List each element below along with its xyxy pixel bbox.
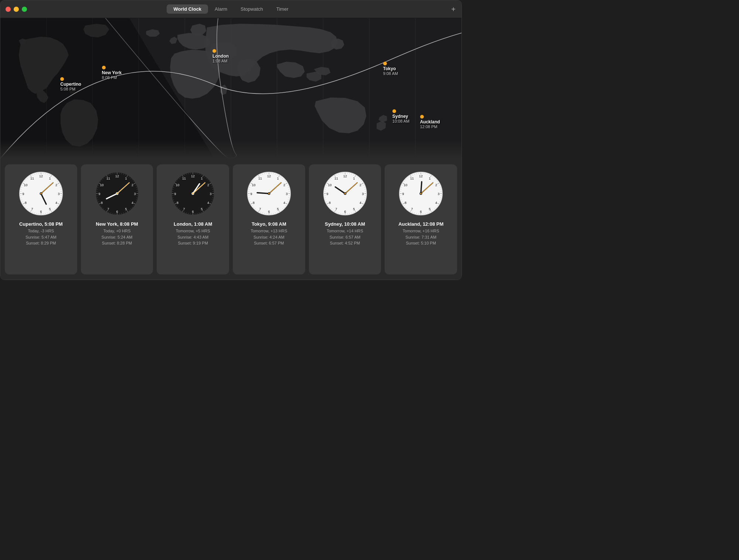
svg-text:6: 6 <box>344 210 346 214</box>
maximize-button[interactable] <box>22 7 27 12</box>
clock-label: Sydney, 10:08 AM <box>325 221 365 227</box>
svg-text:1: 1 <box>429 177 431 180</box>
clock-card-auckland: 121234567891011 Auckland, 12:08 PM Tomor… <box>385 164 457 274</box>
svg-point-321 <box>268 193 270 194</box>
city-name: New York <box>102 70 122 75</box>
tab-alarm[interactable]: Alarm <box>208 4 234 14</box>
svg-text:8: 8 <box>328 201 330 205</box>
svg-line-317 <box>257 193 269 194</box>
svg-text:5: 5 <box>429 207 431 211</box>
svg-text:9: 9 <box>98 192 100 196</box>
clock-card-cupertino: 121234567891011 Cupertino, 5:08 PM Today… <box>5 164 77 274</box>
svg-line-473 <box>421 182 422 194</box>
svg-text:8: 8 <box>253 201 255 205</box>
svg-text:9: 9 <box>250 192 252 196</box>
svg-text:9: 9 <box>174 192 176 196</box>
clock-sub: Tomorrow, +16 HRSSunrise: 7:31 AMSunset:… <box>403 228 439 246</box>
svg-text:3: 3 <box>362 192 364 196</box>
svg-text:11: 11 <box>106 177 110 180</box>
svg-text:4: 4 <box>55 201 57 205</box>
svg-text:4: 4 <box>360 201 361 205</box>
svg-text:5: 5 <box>49 207 51 211</box>
svg-text:1: 1 <box>125 177 127 180</box>
clock-sub: Today, -3 HRSSunrise: 5:47 AMSunset: 8:2… <box>25 228 57 246</box>
svg-text:12: 12 <box>267 174 271 178</box>
minimize-button[interactable] <box>14 7 19 12</box>
svg-text:7: 7 <box>335 207 337 211</box>
svg-text:6: 6 <box>192 210 194 214</box>
svg-text:6: 6 <box>268 210 270 214</box>
svg-text:10: 10 <box>100 183 103 187</box>
city-dot <box>212 49 216 53</box>
city-dot <box>383 62 387 65</box>
clock-sub: Tomorrow, +13 HRSSunrise: 4:24 AMSunset:… <box>251 228 287 246</box>
svg-text:10: 10 <box>328 183 331 187</box>
svg-text:8: 8 <box>25 201 27 205</box>
svg-text:12: 12 <box>39 174 43 178</box>
add-clock-button[interactable]: + <box>451 6 456 13</box>
svg-point-243 <box>192 193 194 194</box>
svg-text:2: 2 <box>55 183 57 187</box>
svg-text:2: 2 <box>132 183 133 187</box>
svg-text:7: 7 <box>183 207 185 211</box>
close-button[interactable] <box>6 7 11 12</box>
svg-text:11: 11 <box>258 177 262 180</box>
svg-text:2: 2 <box>435 183 437 187</box>
svg-text:9: 9 <box>326 192 328 196</box>
clock-sub: Tomorrow, +5 HRSSunrise: 4:43 AMSunset: … <box>176 228 210 246</box>
svg-text:12: 12 <box>419 174 423 178</box>
svg-text:3: 3 <box>286 192 287 196</box>
titlebar: World Clock Alarm Stopwatch Timer + <box>0 0 462 18</box>
city-dot <box>102 66 106 69</box>
svg-text:2: 2 <box>360 183 361 187</box>
city-pin-auckland: Auckland 12:08 PM <box>420 115 440 129</box>
svg-text:4: 4 <box>283 201 285 205</box>
svg-text:11: 11 <box>182 177 186 180</box>
svg-text:10: 10 <box>252 183 255 187</box>
clocks-area: 121234567891011 Cupertino, 5:08 PM Today… <box>0 158 462 280</box>
svg-text:7: 7 <box>259 207 261 211</box>
svg-text:4: 4 <box>207 201 209 205</box>
svg-text:7: 7 <box>107 207 109 211</box>
tab-stopwatch[interactable]: Stopwatch <box>234 4 270 14</box>
svg-point-399 <box>344 193 346 194</box>
tab-timer[interactable]: Timer <box>270 4 295 14</box>
analog-clock-cupertino: 121234567891011 <box>17 170 65 218</box>
svg-text:4: 4 <box>132 201 133 205</box>
svg-text:10: 10 <box>24 183 27 187</box>
city-name: Cupertino <box>60 82 81 87</box>
svg-text:1: 1 <box>201 177 203 180</box>
svg-text:8: 8 <box>405 201 406 205</box>
tab-bar: World Clock Alarm Stopwatch Timer <box>167 4 295 14</box>
city-dot <box>420 115 424 119</box>
analog-clock-sydney: 121234567891011 <box>321 170 369 218</box>
city-pin-sydney: Sydney 10:08 AM <box>392 109 409 123</box>
city-time: 9:08 AM <box>383 71 398 76</box>
svg-point-477 <box>420 193 422 194</box>
svg-text:7: 7 <box>411 207 413 211</box>
svg-point-87 <box>40 193 42 194</box>
tab-world-clock[interactable]: World Clock <box>167 4 208 14</box>
city-dot <box>392 109 396 113</box>
svg-text:3: 3 <box>438 192 440 196</box>
svg-text:2: 2 <box>207 183 209 187</box>
svg-text:12: 12 <box>191 174 195 178</box>
clock-label: Auckland, 12:08 PM <box>398 221 443 227</box>
analog-clock-london: 121234567891011 <box>169 170 217 218</box>
clock-label: London, 1:08 AM <box>174 221 212 227</box>
svg-text:5: 5 <box>125 207 127 211</box>
svg-text:6: 6 <box>420 210 422 214</box>
city-name: Auckland <box>420 119 440 124</box>
svg-text:6: 6 <box>116 210 118 214</box>
clock-card-new york: 121234567891011 New York, 8:08 PM Today,… <box>81 164 153 274</box>
svg-text:2: 2 <box>283 183 285 187</box>
clock-label: New York, 8:08 PM <box>96 221 138 227</box>
svg-text:9: 9 <box>402 192 404 196</box>
svg-text:10: 10 <box>176 183 180 187</box>
svg-text:3: 3 <box>134 192 136 196</box>
svg-text:12: 12 <box>115 174 119 178</box>
city-name: London <box>212 54 229 59</box>
svg-text:9: 9 <box>22 192 24 196</box>
city-time: 8:08 PM <box>102 75 117 80</box>
svg-text:3: 3 <box>58 192 59 196</box>
